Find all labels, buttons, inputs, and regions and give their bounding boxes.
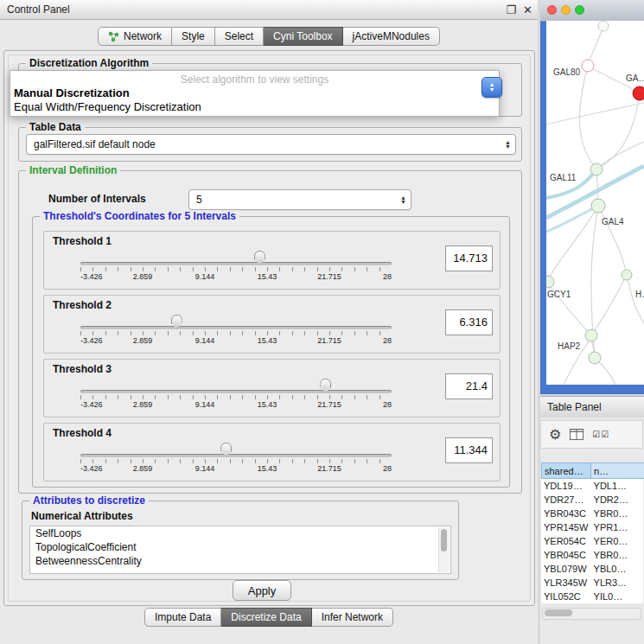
tick-label: 28 [383,464,392,473]
table-cell[interactable]: YBR045C [541,550,591,560]
horizontal-scrollbar[interactable] [542,608,641,620]
network-node-hap2[interactable] [585,329,597,341]
table-cell[interactable]: YBR0… [591,550,643,560]
table-row[interactable]: YDR27…YDR2… [541,493,643,507]
threshold-label: Threshold 2 [53,299,112,311]
slider-ticks [80,267,392,271]
tab-network[interactable]: Network [98,27,172,46]
algorithm-combobox-stepper[interactable]: ▲▼ [481,77,502,98]
table-cell[interactable]: YIL0… [591,591,643,602]
float-icon[interactable]: ❐ [506,3,516,16]
apply-button[interactable]: Apply [233,580,291,601]
close-icon[interactable]: ✕ [523,3,532,16]
table-cell[interactable]: YDL1… [591,481,643,491]
scrollbar-thumb[interactable] [545,609,572,616]
threshold-3-group: Threshold 3 -3.4262.8599.14415.4321.7152… [43,359,501,418]
gear-icon[interactable]: ⚙ [549,428,561,442]
slider-track[interactable] [80,326,392,329]
dropdown-option-equal-width-frequency[interactable]: Equal Width/Frequency Discretization [10,100,499,114]
threshold-2-slider[interactable]: -3.4262.8599.14415.4321.71528 [80,315,392,349]
table-row[interactable]: YBR045CYBR0… [541,548,643,562]
close-traffic-light-icon[interactable] [547,5,557,15]
slider-track[interactable] [80,454,392,457]
tick-label: 21.715 [317,400,341,409]
table-cell[interactable]: YBL0… [591,564,643,574]
list-item[interactable]: TopologicalCoefficient [30,540,450,554]
table-cell[interactable]: YIL052C [541,591,591,602]
network-view-window: GAL80 GA… GAL11 GAL4 GCY1 HAP2 H… [540,0,644,394]
slider-track[interactable] [80,390,392,393]
table-cell[interactable]: YDR27… [541,494,591,505]
list-item[interactable]: SelfLoops [30,526,450,540]
column-header-name[interactable]: n… [591,462,644,479]
tab-discretize-data[interactable]: Discretize Data [221,608,311,627]
table-header-row: shared… n… [541,462,644,479]
network-canvas[interactable]: GAL80 GA… GAL11 GAL4 GCY1 HAP2 H… [546,21,644,385]
network-node-gal4[interactable] [591,199,605,213]
network-node[interactable] [622,270,632,280]
columns-icon[interactable] [570,429,583,440]
table-cell[interactable]: YER054C [541,536,591,546]
table-row[interactable]: YER054CYER0… [541,534,643,548]
network-window-titlebar[interactable] [540,0,644,22]
table-cell[interactable]: YPR1… [591,522,643,532]
tab-select[interactable]: Select [215,27,264,46]
tab-style[interactable]: Style [172,27,215,46]
vertical-scrollbar[interactable] [438,527,450,572]
attributes-group: Attributes to discretize Numerical Attri… [22,501,459,580]
table-data-combobox[interactable]: galFiltered.sif default node ▲▼ [26,134,516,155]
network-node[interactable] [589,352,601,364]
table-row[interactable]: YLR345WYLR3… [541,576,643,590]
slider-track[interactable] [80,262,392,265]
table-body: YDL19…YDL1…YDR27…YDR2…YBR043CYBR0…YPR145… [541,479,643,603]
tab-infer-network[interactable]: Infer Network [312,608,393,627]
threshold-label: Threshold 3 [53,363,112,375]
threshold-3-value-field[interactable]: 21.4 [445,373,493,399]
dropdown-option-manual-discretization[interactable]: Manual Discretization [10,86,499,100]
scrollbar-thumb[interactable] [441,529,447,552]
network-node-gal11[interactable] [590,163,603,175]
network-node-gal80[interactable] [582,60,594,72]
tab-jactivemnodules[interactable]: jActiveMNodules [343,27,440,46]
select-columns-icon[interactable]: ☑☑ [592,430,609,439]
table-cell[interactable]: YBR043C [541,508,591,519]
group-title: Attributes to discretize [29,494,149,507]
table-cell[interactable]: YLR3… [591,577,643,588]
threshold-2-group: Threshold 2 -3.4262.8599.14415.4321.7152… [43,295,501,354]
node-label: GA… [626,73,644,83]
tab-label: jActiveMNodules [353,30,430,42]
numerical-attributes-list[interactable]: SelfLoopsTopologicalCoefficientBetweenne… [29,526,451,574]
network-node[interactable] [598,21,609,31]
column-header-shared[interactable]: shared… [541,462,591,479]
table-row[interactable]: YBL079WYBL0… [541,562,643,576]
tab-cyni-toolbox[interactable]: Cyni Toolbox [264,27,342,46]
table-cell[interactable]: YLR345W [541,577,591,588]
table-panel-titlebar: Table Panel [540,396,644,418]
list-item[interactable]: BetweennessCentrality [30,554,450,568]
combobox-stepper-icon: ▲▼ [400,195,406,204]
table-cell[interactable]: YDL19… [541,481,591,491]
table-cell[interactable]: YDR2… [591,494,643,505]
table-cell[interactable]: YBR0… [591,508,643,519]
table-cell[interactable]: YBL079W [541,564,591,574]
tab-impute-data[interactable]: Impute Data [144,608,221,627]
threshold-1-slider[interactable]: -3.4262.8599.14415.4321.71528 [80,251,392,285]
network-node-selected-red[interactable] [633,86,644,100]
threshold-4-slider[interactable]: -3.4262.8599.14415.4321.71528 [80,443,392,477]
table-cell[interactable]: YER0… [591,536,643,546]
table-row[interactable]: YPR145WYPR1… [541,520,643,534]
table-cell[interactable]: YPR145W [541,522,591,532]
threshold-4-value-field[interactable]: 11.344 [445,437,493,463]
threshold-3-slider[interactable]: -3.4262.8599.14415.4321.71528 [80,379,392,413]
threshold-1-value-field[interactable]: 14.713 [445,245,493,271]
network-node-gcy1[interactable] [546,276,554,288]
number-of-intervals-combobox[interactable]: 5 ▲▼ [188,189,411,210]
table-row[interactable]: YIL052CYIL0… [541,590,643,603]
table-row[interactable]: YBR043CYBR0… [541,507,643,520]
tab-label: Impute Data [155,611,211,623]
minimize-traffic-light-icon[interactable] [561,5,571,15]
table-row[interactable]: YDL19…YDL1… [541,479,643,493]
zoom-traffic-light-icon[interactable] [575,5,584,15]
threshold-2-value-field[interactable]: 6.316 [445,309,493,335]
node-label: GAL11 [550,173,577,182]
